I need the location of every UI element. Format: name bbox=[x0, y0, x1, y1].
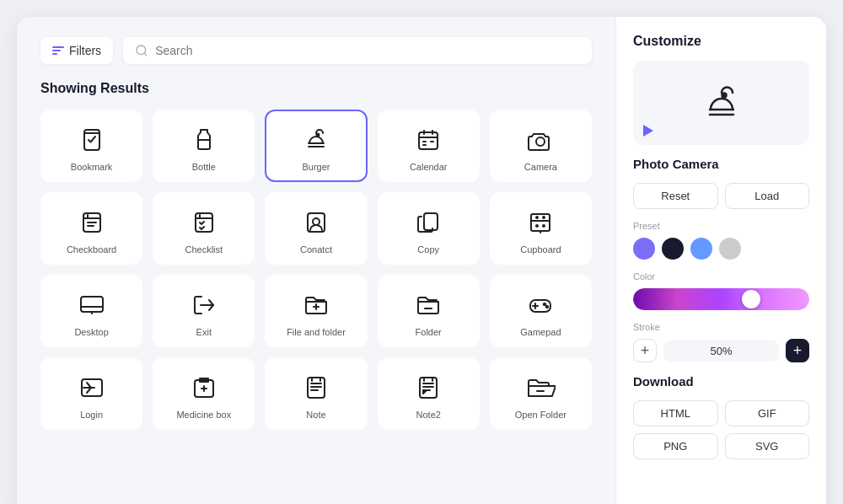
icon-item-camera[interactable]: Camera bbox=[490, 110, 592, 182]
icon-label-copy: Copy bbox=[417, 244, 439, 255]
svg-point-9 bbox=[313, 218, 319, 225]
search-input[interactable] bbox=[155, 44, 580, 57]
icon-label-bottle: Bottle bbox=[192, 162, 216, 172]
icon-item-openfolder[interactable]: Open Folder bbox=[490, 357, 592, 430]
icon-item-desktop[interactable]: Desktop bbox=[40, 275, 142, 347]
preset-color-0[interactable] bbox=[633, 238, 655, 260]
icon-item-gamepad[interactable]: Gamepad bbox=[490, 275, 592, 347]
color-label: Color bbox=[633, 271, 809, 281]
svg-rect-16 bbox=[81, 297, 103, 312]
color-section: Color bbox=[633, 271, 809, 310]
filters-label: Filters bbox=[69, 44, 101, 57]
svg-rect-10 bbox=[424, 213, 438, 230]
reset-button[interactable]: Reset bbox=[633, 183, 718, 209]
svg-point-0 bbox=[137, 46, 146, 55]
icon-label-fileandfolder: File and folder bbox=[287, 327, 346, 337]
svg-point-19 bbox=[546, 306, 548, 308]
selected-icon-name: Photo Camera bbox=[633, 157, 809, 171]
icon-item-bottle[interactable]: Bottle bbox=[153, 110, 255, 182]
icon-label-burger: Burger bbox=[302, 162, 330, 172]
download-html-button[interactable]: HTML bbox=[633, 400, 718, 426]
preset-color-2[interactable] bbox=[690, 238, 712, 260]
preset-label: Preset bbox=[633, 221, 809, 231]
customize-title: Customize bbox=[633, 34, 809, 49]
icon-item-bookmark[interactable]: Bookmark bbox=[40, 110, 142, 182]
preset-color-1[interactable] bbox=[662, 238, 684, 260]
play-button[interactable] bbox=[643, 125, 653, 137]
preview-icon bbox=[696, 78, 747, 128]
icon-label-exit: Exit bbox=[196, 327, 212, 337]
icon-label-bookmark: Bookmark bbox=[71, 162, 113, 172]
icon-item-cupboard[interactable]: Cupboard bbox=[490, 192, 592, 265]
icon-item-note[interactable]: Note bbox=[265, 357, 367, 430]
icon-label-camera: Camera bbox=[524, 162, 557, 172]
filters-button[interactable]: Filters bbox=[40, 37, 113, 64]
right-panel: Customize Photo Camera Reset Load Preset bbox=[615, 17, 826, 504]
icon-item-burger[interactable]: Burger bbox=[265, 110, 367, 182]
icon-item-conatct[interactable]: Conatct bbox=[265, 192, 367, 265]
preset-section: Preset bbox=[633, 221, 809, 260]
icon-item-note2[interactable]: Note2 bbox=[378, 357, 480, 430]
icon-label-medicinebox: Medicine box bbox=[176, 410, 231, 420]
icon-label-folder: Folder bbox=[416, 327, 442, 337]
stroke-label: Stroke bbox=[633, 322, 809, 332]
load-button[interactable]: Load bbox=[725, 183, 810, 209]
stroke-section: Stroke + 50% + bbox=[633, 322, 809, 362]
search-bar bbox=[123, 37, 592, 64]
svg-rect-11 bbox=[531, 214, 550, 231]
stroke-decrease-button[interactable]: + bbox=[633, 339, 657, 362]
icon-item-checklist[interactable]: Checklist bbox=[153, 192, 255, 265]
svg-point-15 bbox=[543, 225, 545, 227]
preset-color-3[interactable] bbox=[719, 238, 741, 260]
icon-item-copy[interactable]: Copy bbox=[378, 192, 480, 265]
svg-point-13 bbox=[543, 217, 545, 218]
left-panel: Filters Showing Results Bookmark bbox=[17, 17, 615, 504]
color-slider-thumb bbox=[742, 290, 760, 308]
icon-label-desktop: Desktop bbox=[74, 327, 108, 337]
filters-icon bbox=[52, 46, 64, 55]
svg-point-5 bbox=[536, 137, 545, 146]
download-png-button[interactable]: PNG bbox=[633, 433, 718, 459]
header-row: Filters bbox=[40, 37, 592, 64]
stroke-increase-button[interactable]: + bbox=[786, 339, 809, 362]
svg-rect-4 bbox=[419, 132, 438, 149]
icon-item-exit[interactable]: Exit bbox=[153, 275, 255, 347]
icon-label-cupboard: Cupboard bbox=[520, 244, 561, 255]
stroke-row: + 50% + bbox=[633, 339, 809, 362]
download-title: Download bbox=[633, 374, 809, 389]
svg-point-3 bbox=[316, 134, 319, 137]
search-icon bbox=[135, 44, 148, 57]
icon-label-note2: Note2 bbox=[416, 410, 441, 420]
icon-label-checkboard: Checkboard bbox=[67, 244, 116, 255]
icon-label-checklist: Checklist bbox=[185, 244, 223, 255]
color-slider-track bbox=[633, 288, 809, 310]
action-row: Reset Load bbox=[633, 183, 809, 209]
icon-item-fileandfolder[interactable]: File and folder bbox=[265, 275, 367, 347]
icon-item-checkboard[interactable]: Checkboard bbox=[40, 192, 142, 265]
icon-label-calendar: Calendar bbox=[410, 162, 448, 172]
preview-area bbox=[633, 61, 809, 145]
download-grid: HTML GIF PNG SVG bbox=[633, 400, 809, 459]
icon-item-login[interactable]: Login bbox=[40, 357, 142, 430]
icon-label-gamepad: Gamepad bbox=[520, 327, 561, 337]
preset-colors bbox=[633, 238, 809, 260]
icon-item-calendar[interactable]: Calendar bbox=[378, 110, 480, 182]
color-slider[interactable] bbox=[633, 288, 809, 310]
svg-point-24 bbox=[722, 94, 726, 98]
results-title: Showing Results bbox=[40, 81, 592, 96]
download-gif-button[interactable]: GIF bbox=[725, 400, 810, 426]
download-svg-button[interactable]: SVG bbox=[725, 433, 810, 459]
icon-label-conatct: Conatct bbox=[300, 244, 332, 255]
icons-grid: Bookmark Bottle Burger bbox=[40, 110, 592, 430]
svg-point-14 bbox=[536, 225, 538, 227]
svg-point-12 bbox=[536, 217, 538, 218]
stroke-value: 50% bbox=[663, 340, 779, 362]
icon-item-medicinebox[interactable]: Medicine box bbox=[153, 357, 255, 430]
svg-line-1 bbox=[144, 53, 147, 56]
icon-item-folder[interactable]: Folder bbox=[378, 275, 480, 347]
icon-label-openfolder: Open Folder bbox=[515, 410, 566, 420]
svg-point-18 bbox=[544, 303, 545, 305]
icon-label-login: Login bbox=[80, 410, 103, 420]
icon-label-note: Note bbox=[306, 410, 325, 420]
app-container: Filters Showing Results Bookmark bbox=[17, 17, 826, 504]
